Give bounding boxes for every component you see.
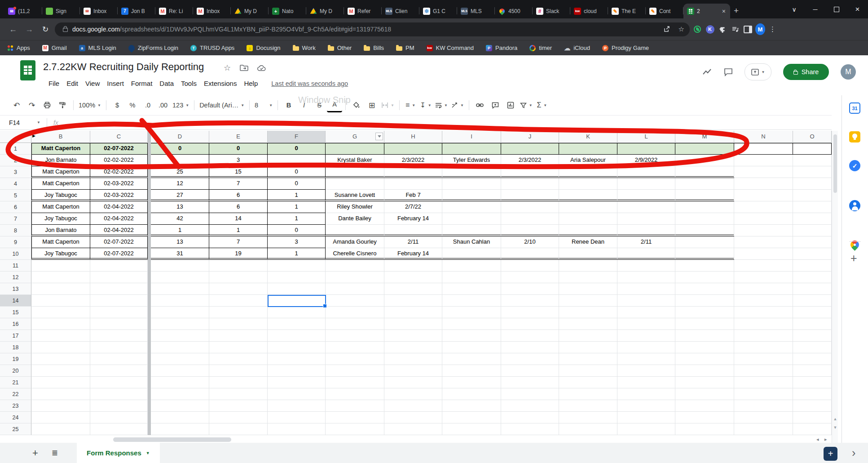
cell-I18[interactable] — [442, 342, 501, 353]
cell-B7[interactable]: Joy Tabugoc — [31, 213, 90, 225]
refresh-button[interactable]: ↻ — [39, 25, 52, 34]
cell-G23[interactable] — [326, 400, 384, 412]
cell-O20[interactable] — [793, 365, 832, 377]
cell-K22[interactable] — [559, 388, 617, 400]
cell-M1[interactable] — [675, 143, 734, 155]
cell-B14[interactable] — [31, 295, 90, 307]
bookmark-kw-command[interactable]: kwKW Command — [427, 45, 474, 51]
cell-E14[interactable] — [209, 295, 268, 307]
cell-N6[interactable] — [734, 201, 793, 213]
cell-E24[interactable] — [209, 412, 268, 423]
cell-N12[interactable] — [734, 272, 793, 283]
cell-C17[interactable] — [90, 330, 148, 342]
cell-G24[interactable] — [326, 412, 384, 423]
browser-tab[interactable]: +Nato — [269, 4, 306, 18]
redo-icon[interactable]: ↷ — [24, 99, 40, 111]
cell-M4[interactable] — [675, 178, 734, 190]
cell-F11[interactable] — [268, 260, 326, 272]
cell-G4[interactable] — [326, 178, 384, 190]
cell-L22[interactable] — [617, 388, 675, 400]
bold-button[interactable]: B — [281, 99, 296, 111]
column-header-F[interactable]: F — [268, 131, 326, 143]
cell-C6[interactable]: 02-04-2022 — [90, 201, 148, 213]
cell-M25[interactable] — [675, 423, 734, 435]
cell-C1[interactable]: 02-07-2022 — [90, 143, 148, 155]
cell-K6[interactable] — [559, 201, 617, 213]
cell-J15[interactable] — [501, 307, 559, 318]
cell-L23[interactable] — [617, 400, 675, 412]
cell-C20[interactable] — [90, 365, 148, 377]
cell-G14[interactable] — [326, 295, 384, 307]
cell-M16[interactable] — [675, 318, 734, 330]
cell-K24[interactable] — [559, 412, 617, 423]
row-header-25[interactable]: 25 — [0, 423, 31, 435]
browser-tab[interactable]: 4500 — [495, 4, 533, 18]
cell-G9[interactable]: Amanda Gourley — [326, 236, 384, 248]
cell-J12[interactable] — [501, 272, 559, 283]
browser-tab[interactable]: ✎Cont — [646, 4, 683, 18]
cell-H9[interactable]: 2/11 — [384, 236, 442, 248]
extension-k-icon[interactable]: K — [705, 25, 715, 34]
comment-history-icon[interactable] — [724, 68, 733, 76]
cell-N8[interactable] — [734, 225, 793, 236]
decrease-decimals-button[interactable]: .0 — [140, 99, 155, 111]
cell-E1[interactable]: 0 — [209, 143, 268, 155]
browser-tab[interactable]: MLSClien — [382, 4, 419, 18]
cell-F9[interactable]: 3 — [268, 236, 326, 248]
cell-B20[interactable] — [31, 365, 90, 377]
row-header-19[interactable]: 19 — [0, 353, 31, 365]
menu-file[interactable]: File — [45, 78, 63, 89]
cell-K12[interactable] — [559, 272, 617, 283]
cell-N1[interactable] — [734, 143, 793, 155]
cell-E21[interactable] — [209, 377, 268, 388]
cell-B22[interactable] — [31, 388, 90, 400]
cell-M24[interactable] — [675, 412, 734, 423]
cell-I24[interactable] — [442, 412, 501, 423]
cell-L19[interactable] — [617, 353, 675, 365]
cell-D10[interactable]: 31 — [151, 248, 209, 260]
cell-L21[interactable] — [617, 377, 675, 388]
cell-C22[interactable] — [90, 388, 148, 400]
row-header-4[interactable]: 4 — [0, 178, 31, 190]
cell-E4[interactable]: 7 — [209, 178, 268, 190]
menu-help[interactable]: Help — [240, 78, 261, 89]
text-wrap-icon[interactable]: ▼ — [433, 99, 449, 111]
cell-D11[interactable] — [151, 260, 209, 272]
browser-tab[interactable]: MLSMLS — [457, 4, 495, 18]
cell-K15[interactable] — [559, 307, 617, 318]
cell-L24[interactable] — [617, 412, 675, 423]
cell-B9[interactable]: Matt Caperton — [31, 236, 90, 248]
browser-tab[interactable]: ✎The E — [608, 4, 646, 18]
cell-C2[interactable]: 02-02-2022 — [90, 155, 148, 166]
cell-F25[interactable] — [268, 423, 326, 435]
cell-K2[interactable]: Aria Salepour — [559, 155, 617, 166]
forward-button[interactable]: → — [22, 25, 36, 34]
row-header-24[interactable]: 24 — [0, 412, 31, 423]
cell-D18[interactable] — [151, 342, 209, 353]
cell-O5[interactable] — [793, 190, 832, 201]
cell-D7[interactable]: 42 — [151, 213, 209, 225]
undo-icon[interactable]: ↶ — [9, 99, 24, 111]
borders-icon[interactable]: ⊞ — [364, 99, 379, 111]
cell-I3[interactable] — [442, 166, 501, 178]
cell-G16[interactable] — [326, 318, 384, 330]
cell-L18[interactable] — [617, 342, 675, 353]
cell-J13[interactable] — [501, 283, 559, 295]
cell-D13[interactable] — [151, 283, 209, 295]
cell-G18[interactable] — [326, 342, 384, 353]
browser-tab[interactable]: MInbox — [193, 4, 231, 18]
cell-N11[interactable] — [734, 260, 793, 272]
cell-J23[interactable] — [501, 400, 559, 412]
cell-J20[interactable] — [501, 365, 559, 377]
bookmark-zipforms-login[interactable]: ZipForms Login — [128, 45, 178, 51]
column-header-N[interactable]: N — [734, 131, 793, 143]
present-button[interactable]: ▼ — [745, 63, 771, 80]
cell-C11[interactable] — [90, 260, 148, 272]
calendar-icon[interactable]: 31 — [849, 102, 860, 114]
cell-K17[interactable] — [559, 330, 617, 342]
browser-tab[interactable]: 2× — [683, 4, 730, 18]
side-panel-icon[interactable] — [743, 26, 753, 33]
column-header-M[interactable]: M — [675, 131, 734, 143]
column-header-L[interactable]: L — [617, 131, 675, 143]
keep-icon[interactable] — [849, 131, 860, 142]
